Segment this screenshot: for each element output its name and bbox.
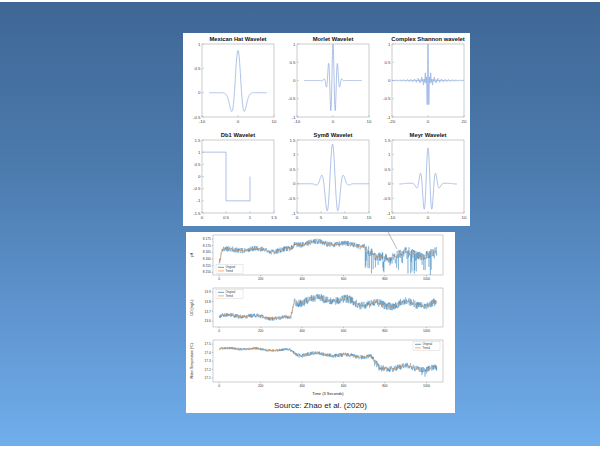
legend-trend-label: Trend <box>226 294 234 298</box>
wavelet-grid-figure: Mexican Hat Wavelet-0.500.51-10010Morlet… <box>183 33 470 226</box>
y-tick-label: 17.2 <box>205 368 211 372</box>
x-tick-label: 0 <box>427 215 430 220</box>
x-tick-label: 10 <box>367 119 372 124</box>
x-tick-label: -10 <box>294 119 301 124</box>
y-tick-label: 0 <box>388 78 391 83</box>
wavelet-grid: Mexican Hat Wavelet-0.500.51-10010Morlet… <box>183 33 470 226</box>
water-quality-figure: 8.1508.1558.1608.1658.1708.1750200400600… <box>186 232 455 413</box>
y-tick-label: 13.7 <box>205 310 211 314</box>
mexican-hat-wavelet-plot: Mexican Hat Wavelet-0.500.51-10010 <box>184 34 279 130</box>
x-tick-label: 600 <box>341 329 347 333</box>
y-tick-label: 1 <box>388 42 391 47</box>
x-tick-label: 1000 <box>423 277 430 281</box>
x-tick-label: 20 <box>462 119 467 124</box>
y-tick-label: 8.160 <box>203 257 211 261</box>
y-tick-label: 13.9 <box>205 290 211 294</box>
x-tick-label: 0 <box>332 119 335 124</box>
y-tick-label: 0.5 <box>384 167 391 172</box>
y-tick-label: 17.4 <box>205 351 211 355</box>
x-tick-label: 0 <box>427 119 430 124</box>
y-tick-label: 1 <box>293 152 296 157</box>
x-tick-label: 10 <box>462 215 467 220</box>
complex-shannon-wavelet-plot: Complex Shannon wavelet-1-0.500.51-20020 <box>374 34 469 130</box>
y-tick-label: 0 <box>293 78 296 83</box>
morlet-wavelet-plot: Morlet Wavelet-1-0.500.51-10010 <box>279 34 374 130</box>
x-tick-label: 1000 <box>423 384 430 388</box>
x-tick-label: 1 <box>249 215 252 220</box>
x-tick-label: 0 <box>237 119 240 124</box>
y-tick-label: 0.5 <box>384 60 391 65</box>
do-plot: 13.613.713.813.902004006008001000DO (mg/… <box>186 285 455 337</box>
x-tick-label: 10 <box>343 215 348 220</box>
y-axis-label: Water Temperature (°C) <box>190 343 194 379</box>
x-tick-label: 800 <box>382 329 388 333</box>
y-tick-label: 0.5 <box>289 167 296 172</box>
subplot-title: Db1 Wavelet <box>221 132 255 138</box>
x-tick-label: 5 <box>320 215 323 220</box>
y-axis-label: DO (mg/L) <box>190 300 194 316</box>
y-tick-label: 1.5 <box>289 138 296 143</box>
y-tick-label: 0.5 <box>194 162 201 167</box>
y-tick-label: 1 <box>198 42 201 47</box>
axes-box <box>213 340 443 382</box>
legend-trend-label: Trend <box>226 269 234 273</box>
axes-box <box>202 44 274 117</box>
x-axis-label: Time (3 Seconds) <box>312 391 344 396</box>
x-tick-label: 600 <box>341 277 347 281</box>
axes-box <box>297 140 369 213</box>
y-tick-label: -1 <box>197 198 201 203</box>
x-tick-label: 800 <box>382 277 388 281</box>
y-tick-label: 0 <box>198 90 201 95</box>
y-tick-label: 1 <box>388 152 391 157</box>
x-tick-label: 10 <box>272 119 277 124</box>
y-tick-label: 0 <box>198 174 201 179</box>
y-tick-label: -0.5 <box>383 196 391 201</box>
y-tick-label: 0.5 <box>194 66 201 71</box>
x-tick-label: 800 <box>382 384 388 388</box>
y-axis-label: pH <box>190 252 194 257</box>
water-temperature-plot: 17.117.217.317.417.502004006008001000Wat… <box>186 337 455 399</box>
meyr-wavelet-plot: Meyr Wavelet-1-0.500.511.5-10010 <box>374 130 469 226</box>
x-tick-label: 15 <box>367 215 372 220</box>
x-tick-label: 400 <box>299 384 305 388</box>
y-tick-label: 13.8 <box>205 300 211 304</box>
slide-canvas: Mexican Hat Wavelet-0.500.51-10010Morlet… <box>0 0 600 450</box>
x-tick-label: 600 <box>341 384 347 388</box>
y-tick-label: 1.5 <box>384 138 391 143</box>
y-tick-label: 8.170 <box>203 244 211 248</box>
subplot-title: Morlet Wavelet <box>313 36 354 42</box>
subplot-title: Sym8 Wavelet <box>314 132 353 138</box>
y-tick-label: -0.5 <box>288 96 296 101</box>
x-tick-label: -10 <box>389 215 396 220</box>
x-tick-label: 0 <box>218 277 220 281</box>
y-tick-label: 17.1 <box>205 376 211 380</box>
y-tick-label: 8.150 <box>203 270 211 274</box>
y-tick-label: 17.3 <box>205 359 211 363</box>
y-tick-label: 1 <box>293 42 296 47</box>
legend-trend-label: Trend <box>423 346 431 350</box>
time-series-stack: 8.1508.1558.1608.1658.1708.1750200400600… <box>186 232 455 399</box>
x-tick-label: 1.5 <box>271 215 278 220</box>
x-tick-label: 0 <box>296 215 299 220</box>
subplot-title: Mexican Hat Wavelet <box>209 36 266 42</box>
x-tick-label: -10 <box>199 119 206 124</box>
y-tick-label: 0.5 <box>289 60 296 65</box>
axes-box <box>392 140 464 213</box>
subplot-title: Complex Shannon wavelet <box>391 36 465 42</box>
y-tick-label: -0.5 <box>193 186 201 191</box>
x-tick-label: 0 <box>201 215 204 220</box>
x-tick-label: -20 <box>389 119 396 124</box>
axes-box <box>202 140 274 213</box>
y-tick-label: 0 <box>388 181 391 186</box>
db1-wavelet-plot: Db1 Wavelet-1.5-1-0.500.511.500.511.5 <box>184 130 279 226</box>
x-tick-label: 200 <box>258 277 264 281</box>
y-tick-label: 8.175 <box>203 237 211 241</box>
y-tick-label: 0 <box>293 181 296 186</box>
y-tick-label: -0.5 <box>288 196 296 201</box>
x-tick-label: 0 <box>218 329 220 333</box>
ph-plot: 8.1508.1558.1608.1658.1708.1750200400600… <box>186 232 455 285</box>
subplot-title: Meyr Wavelet <box>410 132 447 138</box>
y-tick-label: 8.165 <box>203 250 211 254</box>
source-caption: Source: Zhao et al. (2020) <box>186 399 455 413</box>
x-tick-label: 0.5 <box>223 215 230 220</box>
